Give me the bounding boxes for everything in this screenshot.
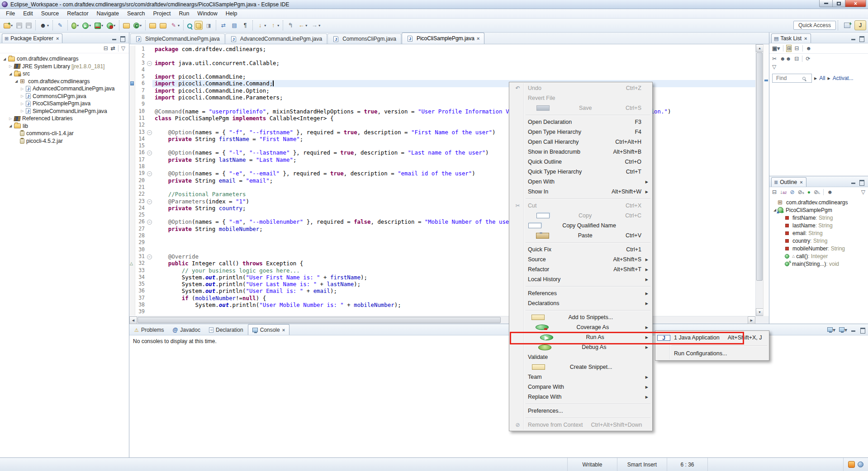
tree-item-picoclisamplepgm-java[interactable]: ▷PicoCliSamplePgm.java [0,100,129,108]
editor-tab-simplecommandlinepgm-java[interactable]: SimpleCommandLinePgm.java [130,33,225,44]
annotate-button[interactable]: ✎▾ [169,20,181,30]
tree-expander-icon[interactable]: ◢ [14,79,19,83]
context-menu-item-validate[interactable]: Validate [510,352,651,362]
context-menu-item-show-in[interactable]: Show InAlt+Shift+W▶ [510,187,651,197]
account-button[interactable]: ☻▾ [38,20,50,30]
focus-on-workweek-button[interactable]: ☻☻ [780,56,791,62]
collapse-all-button[interactable]: ⊟ [794,56,799,62]
previous-annotation-dropdown[interactable]: ▾ [277,24,279,28]
java-perspective-button[interactable]: J [854,20,866,30]
tree-expander-icon[interactable]: ▷ [19,102,25,106]
editor-tab-advancedcommandlinepgm-java[interactable]: AdvancedCommandLinePgm.java [225,33,327,44]
tree-item-commonsclipgm-java[interactable]: ▷CommonsCliPgm.java [0,93,129,100]
link-with-editor-button[interactable]: ⇄ [218,20,228,30]
outline-item-mobilenumber[interactable]: mobileNumber : String [769,245,868,252]
context-menu-item-create-snippet[interactable]: Create Snippet... [510,362,651,372]
last-edit-location-button[interactable]: ↰ [285,20,295,30]
outline-item-picoclisamplepgm[interactable]: ◢PicoCliSamplePgm [769,206,868,214]
fold-toggle-icon[interactable] [146,170,152,177]
debug-dropdown[interactable]: ▾ [77,24,79,28]
tree-expander-icon[interactable]: ▷ [19,109,25,113]
back-history-button[interactable]: ←▾ [296,20,308,30]
back-history-dropdown[interactable]: ▾ [305,24,307,28]
tree-expander-icon[interactable]: ▷ [8,117,13,121]
close-tab-icon[interactable]: × [477,36,479,41]
outline-tab[interactable]: ≣ Outline × [771,177,806,187]
tree-expander-icon[interactable]: ◢ [8,124,13,128]
show-whitespace-button[interactable]: ¶ [240,20,250,30]
context-menu-item-source[interactable]: SourceAlt+Shift+S▶ [510,254,651,264]
java-editor[interactable]: 1package com.draftdev.cmdlineargs;23impo… [129,44,769,324]
close-window-button[interactable]: × [845,0,866,7]
context-menu-item-refactor[interactable]: RefactorAlt+Shift+T▶ [510,264,651,274]
open-task-button[interactable] [158,21,168,30]
tree-item-commons-cli-1-4-jar[interactable]: commons-cli-1.4.jar [0,130,129,137]
open-console-button[interactable]: ▾ [827,327,835,333]
maximize-window-button[interactable] [833,0,845,7]
context-menu-item-preferences[interactable]: Preferences... [510,406,651,416]
filter-all-link[interactable]: All [819,75,825,81]
menubar-item-file[interactable]: File [2,9,19,18]
context-menu-item-open-with[interactable]: Open With▶ [510,177,651,187]
new-wizard-dropdown[interactable]: ▾ [11,24,13,28]
account-dropdown[interactable]: ▾ [47,24,49,28]
new-java-class-button[interactable]: C▾ [132,21,143,30]
menubar-item-run[interactable]: Run [175,9,193,18]
outline-item-call[interactable]: △call() : Integer [769,252,868,260]
new-wizard-button[interactable]: ▾ [2,21,14,30]
run-dropdown[interactable]: ▾ [89,24,91,28]
outline-item-country[interactable]: country : String [769,237,868,245]
minimize-window-button[interactable] [819,0,833,7]
package-explorer-tab[interactable]: ⊞ Package Explorer × [2,33,62,43]
horizontal-scroll-thumb[interactable] [138,317,501,323]
maximize-view-button[interactable] [859,180,864,184]
context-menu-item-compare-with[interactable]: Compare With▶ [510,382,651,392]
previous-annotation-button[interactable]: ↑▾ [268,20,280,30]
console-tab-console[interactable]: Console× [248,324,289,335]
tree-expander-icon[interactable]: ▷ [8,64,13,68]
editor-tab-commonsclipgm-java[interactable]: CommonsCliPgm.java [327,33,401,44]
minimize-view-button[interactable] [112,36,117,41]
context-menu-item-open-declaration[interactable]: Open DeclarationF3 [510,117,651,127]
profile-button[interactable]: ▾ [105,21,117,30]
annotate-dropdown[interactable]: ▾ [178,24,180,28]
profile-dropdown[interactable]: ▾ [114,24,115,28]
context-menu-item-add-to-snippets[interactable]: Add to Snippets... [510,312,651,322]
debug-button[interactable]: ▾ [70,21,80,30]
fold-toggle-icon[interactable] [146,129,152,136]
hide-local-types-button[interactable]: ⊘L [814,189,821,195]
tree-item-jre-system-library[interactable]: ▷JRE System Library[jre1.8.0_181] [0,63,129,71]
next-annotation-dropdown[interactable]: ▾ [264,24,266,28]
hide-non-public-button[interactable]: ● [807,189,811,195]
forward-history-dropdown[interactable]: ▾ [318,24,320,28]
context-menu-item-replace-with[interactable]: Replace With▶ [510,392,651,402]
tree-item-simplecommandlinepgm-java[interactable]: ▷SimpleCommandLinePgm.java [0,108,129,115]
context-menu-item-quick-outline[interactable]: Quick OutlineCtrl+O [510,157,651,167]
maximize-view-button[interactable] [859,36,864,41]
maximize-view-button[interactable] [860,328,865,332]
context-menu-item-open-call-hierarchy[interactable]: Open Call HierarchyCtrl+Alt+H [510,137,651,147]
horizontal-scrollbar[interactable]: ◀ ▶ [129,316,755,324]
tree-expander-icon[interactable]: ◢ [2,57,7,61]
open-type-button[interactable] [148,21,157,30]
menubar-item-project[interactable]: Project [149,9,175,18]
personalize-icon[interactable]: ☻ [806,45,812,52]
menubar-item-window[interactable]: Window [193,9,221,18]
outline-item-firstname[interactable]: firstName : String [769,214,868,221]
scroll-down-icon[interactable]: ▼ [756,308,764,316]
task-list-tab[interactable]: ▤ Task List × [771,33,811,43]
menubar-item-edit[interactable]: Edit [19,9,37,18]
expand-all-icon[interactable]: ▶ [814,76,817,80]
menubar-item-source[interactable]: Source [37,9,63,18]
show-selected-element-button[interactable]: ▤ [229,20,239,30]
forward-history-button[interactable]: →▾ [309,20,322,30]
context-menu-item-open-type-hierarchy[interactable]: Open Type HierarchyF4 [510,127,651,137]
notification-icon[interactable] [848,461,855,468]
run-button[interactable]: ▶▾ [81,21,92,30]
overview-ruler[interactable] [763,44,769,316]
scheduled-view-button[interactable]: ⊟ [794,45,799,52]
close-view-icon[interactable]: × [800,179,802,185]
context-menu-item-coverage-as[interactable]: Coverage As▶ [510,322,651,332]
outline-item-email[interactable]: email : String [769,229,868,237]
tree-expander-icon[interactable]: ◢ [8,72,13,76]
